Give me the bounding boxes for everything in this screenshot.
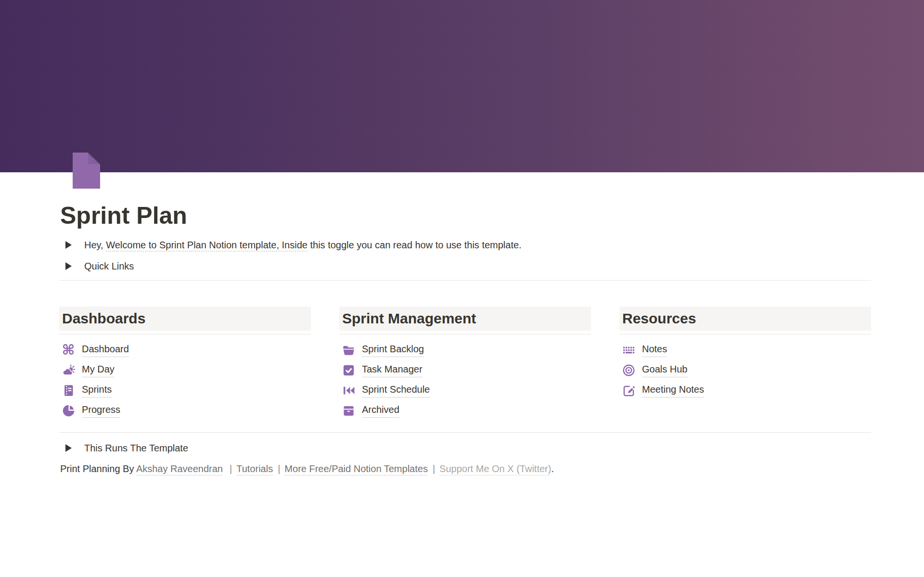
open-folder-icon: [341, 343, 356, 357]
target-icon: [621, 363, 636, 377]
divider: [339, 334, 591, 334]
toggle-triangle-icon[interactable]: [65, 444, 72, 452]
archive-box-icon: [341, 403, 356, 418]
command-icon: ⌘: [61, 343, 76, 357]
page-link-meeting-notes[interactable]: Meeting Notes: [621, 380, 871, 400]
heading-dashboards-label: Dashboards: [62, 310, 145, 327]
page-link-sprint-schedule[interactable]: Sprint Schedule: [341, 380, 591, 400]
footer-prefix: Print Planning By: [60, 463, 136, 474]
keyboard-icon: [621, 343, 636, 357]
heading-dashboards: Dashboards: [59, 307, 311, 331]
toggle-welcome-label: Hey, Welcome to Sprint Plan Notion templ…: [84, 238, 522, 252]
divider: [619, 334, 871, 334]
toggle-triangle-icon[interactable]: [65, 262, 72, 270]
tutorials-link[interactable]: Tutorials: [236, 463, 273, 475]
page-link-label[interactable]: Notes: [642, 343, 667, 357]
page-link-label[interactable]: My Day: [82, 363, 115, 377]
toggle-welcome[interactable]: Hey, Welcome to Sprint Plan Notion templ…: [59, 238, 871, 252]
toggle-runs-template-label: This Runs The Template: [84, 441, 188, 455]
divider: [59, 432, 871, 433]
page-content: Sprint Plan Hey, Welcome to Sprint Plan …: [0, 201, 924, 476]
page-link-label[interactable]: Sprint Schedule: [362, 383, 430, 397]
heading-resources: Resources: [619, 307, 871, 331]
separator: |: [433, 463, 435, 474]
pie-chart-icon: [61, 403, 76, 418]
page-link-label[interactable]: Goals Hub: [642, 363, 688, 377]
page-link-label[interactable]: Dashboard: [82, 343, 129, 357]
edit-pencil-icon: [621, 383, 636, 397]
checked-checkbox-icon: [341, 363, 356, 377]
page-link-notes[interactable]: Notes: [621, 340, 871, 360]
notion-page: Sprint Plan Hey, Welcome to Sprint Plan …: [0, 0, 924, 577]
toggle-quick-links[interactable]: Quick Links: [59, 259, 871, 273]
support-link[interactable]: Support Me On X (Twitter): [439, 463, 551, 475]
separator: |: [230, 463, 232, 474]
toggle-triangle-icon[interactable]: [65, 241, 72, 249]
spellcheck-underline: Welcome to Sprint Plan Notion template, …: [106, 240, 308, 252]
toggle-quick-links-label: Quick Links: [84, 259, 134, 273]
page-link-label[interactable]: Archived: [362, 403, 399, 418]
document-page-icon: [70, 153, 100, 189]
page-link-goals-hub[interactable]: Goals Hub: [621, 360, 871, 380]
page-link-sprint-backlog[interactable]: Sprint Backlog: [341, 340, 591, 360]
footer-suffix: .: [551, 463, 554, 474]
page-link-sprints[interactable]: Sprints: [61, 380, 311, 400]
footer-credits: Print Planning By Akshay Raveendran|Tuto…: [60, 462, 871, 476]
author-link[interactable]: Akshay Raveendran: [136, 463, 223, 475]
page-link-label[interactable]: Progress: [82, 403, 120, 418]
page-icon[interactable]: [70, 153, 100, 189]
page-link-task-manager[interactable]: Task Manager: [341, 360, 591, 380]
skip-back-icon: [341, 383, 356, 397]
divider: [59, 280, 871, 281]
cover-image: [0, 0, 924, 172]
templates-link[interactable]: More Free/Paid Notion Templates: [284, 463, 428, 475]
page-link-progress[interactable]: Progress: [61, 400, 311, 421]
toggle-runs-template[interactable]: This Runs The Template: [59, 441, 871, 455]
divider: [59, 334, 311, 334]
heading-sprint-management-label: Sprint Management: [342, 310, 476, 327]
page-link-dashboard[interactable]: ⌘ Dashboard: [61, 340, 311, 360]
page-link-label[interactable]: Task Manager: [362, 363, 423, 377]
page-link-archived[interactable]: Archived: [341, 400, 591, 421]
heading-resources-label: Resources: [622, 310, 696, 327]
column-sprint-management: Sprint Management Sprint Backlog: [339, 307, 591, 421]
columns-section: Dashboards ⌘ Dashboard: [59, 307, 871, 421]
page-link-label[interactable]: Sprints: [82, 383, 112, 397]
column-dashboards: Dashboards ⌘ Dashboard: [59, 307, 311, 421]
column-resources: Resources Notes: [619, 307, 871, 421]
page-link-label[interactable]: Meeting Notes: [642, 383, 704, 397]
page-link-my-day[interactable]: My Day: [61, 360, 311, 380]
sun-behind-cloud-icon: [61, 363, 76, 377]
heading-sprint-management: Sprint Management: [339, 307, 591, 331]
page-link-label[interactable]: Sprint Backlog: [362, 343, 424, 357]
separator: |: [278, 463, 280, 474]
journal-icon: [61, 383, 76, 397]
page-title[interactable]: Sprint Plan: [60, 201, 871, 230]
